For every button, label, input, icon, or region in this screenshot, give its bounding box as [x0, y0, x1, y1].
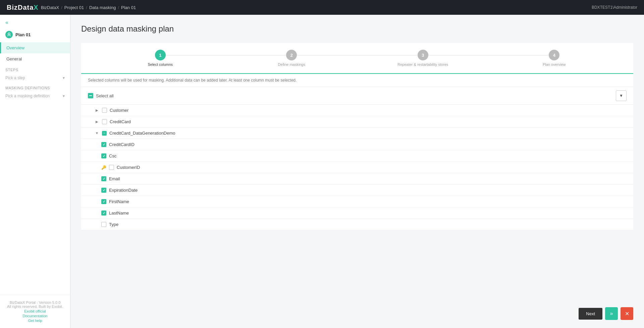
- sidebar-steps-label: Steps: [0, 64, 70, 73]
- step-circle-1: 1: [155, 50, 166, 60]
- column-selection-panel: Selected columns will be used for maskin…: [81, 74, 633, 230]
- logo: BizDataX BizDataX / Project 01 / Data ma…: [7, 4, 136, 11]
- bottom-actions: Next » ✕: [579, 307, 633, 320]
- select-all-label: Select all: [96, 93, 114, 98]
- steps-placeholder: Pick a step: [5, 76, 25, 80]
- checkbox-customer[interactable]: [102, 108, 107, 113]
- step-label-3: Repeater & restartability stores: [397, 62, 448, 66]
- tree-label-creditcard-demo: CreditCard_DataGenerationDemo: [109, 131, 175, 136]
- step-circle-3: 3: [418, 50, 428, 60]
- cancel-icon: ✕: [625, 311, 629, 317]
- tree-item-customer[interactable]: ▶ Customer: [81, 105, 633, 116]
- breadcrumb-item-3[interactable]: Plan 01: [121, 5, 136, 10]
- step-label-1: Select columns: [148, 62, 173, 66]
- footer-rights: All rights reserved. Built by Exobit.: [5, 304, 65, 309]
- tree-item-creditcard-demo[interactable]: ▼ CreditCard_DataGenerationDemo: [81, 128, 633, 139]
- logo-x: X: [34, 4, 38, 11]
- tree-item-customerid[interactable]: 🔑 CustomerID: [81, 162, 633, 173]
- forward-icon: »: [610, 311, 613, 317]
- select-all-row[interactable]: Select all: [88, 93, 114, 98]
- checkbox-type[interactable]: [101, 222, 106, 227]
- tree-label-firstname: FirstName: [109, 199, 129, 204]
- masking-placeholder: Pick a masking definition: [5, 94, 50, 98]
- user-info: BDXTEST1\Administrator: [592, 5, 637, 10]
- next-button[interactable]: Next: [579, 308, 602, 320]
- tree-item-lastname[interactable]: LastName: [81, 207, 633, 219]
- checkbox-creditcard-demo[interactable]: [102, 131, 107, 136]
- footer-version: BizDataX Portal - Version 5.0.0: [5, 300, 65, 304]
- checkbox-csc[interactable]: [101, 153, 106, 158]
- expand-arrow-creditcard: ▶: [95, 120, 99, 124]
- checkbox-creditcardid[interactable]: [101, 142, 106, 147]
- logo-text: BizDataX: [7, 4, 39, 11]
- forward-button[interactable]: »: [605, 307, 618, 320]
- tree-item-expirationdate[interactable]: ExpirationDate: [81, 185, 633, 196]
- footer-link-help[interactable]: Get help: [5, 319, 65, 323]
- select-all-checkbox[interactable]: [88, 93, 93, 98]
- logo-bizdata: BizData: [7, 4, 34, 11]
- breadcrumb-sep-1: /: [86, 5, 87, 10]
- filter-icon: ▼: [619, 93, 623, 98]
- tree-scroll-area[interactable]: ▶ Customer ▶ CreditCard ▼ CreditC: [81, 105, 633, 230]
- filter-row: Select all ▼: [81, 87, 633, 105]
- sidebar-footer: BizDataX Portal - Version 5.0.0 All righ…: [0, 295, 70, 328]
- cancel-button[interactable]: ✕: [621, 307, 633, 320]
- step-label-4: Plan overview: [543, 62, 566, 66]
- expand-arrow-customer: ▶: [95, 108, 99, 112]
- step-3: 3 Repeater & restartability stores: [357, 50, 489, 66]
- step-circle-4: 4: [549, 50, 559, 60]
- page-title: Design data masking plan: [81, 24, 633, 34]
- step-2: 2 Define maskings: [226, 50, 358, 66]
- checkbox-creditcard[interactable]: [102, 119, 107, 124]
- expand-arrow-creditcard-demo: ▼: [95, 131, 99, 135]
- top-navigation: BizDataX BizDataX / Project 01 / Data ma…: [0, 0, 644, 15]
- sidebar-item-general[interactable]: General: [0, 53, 70, 64]
- tree-label-creditcard: CreditCard: [110, 119, 131, 124]
- footer-link-exobit[interactable]: Exobit official: [5, 309, 65, 313]
- steps-dropdown-arrow: ▾: [63, 76, 65, 80]
- checkbox-customerid[interactable]: [109, 165, 114, 170]
- step-1: 1 Select columns: [95, 50, 226, 66]
- masking-dropdown[interactable]: Pick a masking definition ▾: [0, 91, 70, 101]
- tree-item-firstname[interactable]: FirstName: [81, 196, 633, 207]
- breadcrumb-item-0[interactable]: BizDataX: [41, 5, 59, 10]
- tree-item-type[interactable]: Type: [81, 219, 633, 230]
- breadcrumb: BizDataX / Project 01 / Data masking / P…: [41, 5, 136, 10]
- breadcrumb-item-2[interactable]: Data masking: [89, 5, 116, 10]
- step-circle-2: 2: [286, 50, 297, 60]
- tree-label-customer: Customer: [110, 108, 128, 113]
- tree-label-customerid: CustomerID: [117, 165, 140, 170]
- tree-item-creditcardid[interactable]: CreditCardID: [81, 139, 633, 150]
- plan-item[interactable]: Plan 01: [0, 28, 70, 42]
- masking-dropdown-arrow: ▾: [63, 94, 65, 98]
- checkbox-email[interactable]: [101, 176, 106, 181]
- checkbox-firstname[interactable]: [101, 199, 106, 204]
- sidebar-masking-label: Masking definitions: [0, 83, 70, 91]
- step-label-2: Define maskings: [278, 62, 305, 66]
- checkbox-expirationdate[interactable]: [101, 188, 106, 193]
- filter-button[interactable]: ▼: [616, 90, 627, 101]
- checkbox-lastname[interactable]: [101, 210, 106, 216]
- stepper: 1 Select columns 2 Define maskings 3 Rep…: [81, 43, 633, 74]
- tree-label-creditcardid: CreditCardID: [109, 142, 135, 147]
- tree-label-csc: Csc: [109, 153, 116, 158]
- breadcrumb-item-1[interactable]: Project 01: [64, 5, 84, 10]
- tree-label-lastname: LastName: [109, 210, 129, 216]
- breadcrumb-sep-0: /: [61, 5, 62, 10]
- footer-link-docs[interactable]: Documentation: [5, 314, 65, 318]
- key-icon-customerid: 🔑: [101, 165, 106, 170]
- plan-icon: [5, 31, 13, 38]
- plan-name: Plan 01: [15, 32, 31, 37]
- tree-item-email[interactable]: Email: [81, 173, 633, 185]
- tree-label-expirationdate: ExpirationDate: [109, 188, 138, 193]
- steps-dropdown[interactable]: Pick a step ▾: [0, 73, 70, 83]
- table-container: Select all ▼ ▶ Customer: [81, 87, 633, 230]
- tree-label-type: Type: [109, 222, 118, 227]
- sidebar-item-overview[interactable]: Overview: [0, 42, 70, 53]
- tree-label-email: Email: [109, 176, 120, 181]
- main-content: Design data masking plan 1 Select column…: [70, 15, 644, 328]
- tree-item-csc[interactable]: Csc: [81, 150, 633, 162]
- sidebar: « Plan 01 Overview General Steps Pick a …: [0, 15, 70, 328]
- tree-item-creditcard[interactable]: ▶ CreditCard: [81, 116, 633, 128]
- back-button[interactable]: «: [0, 15, 70, 28]
